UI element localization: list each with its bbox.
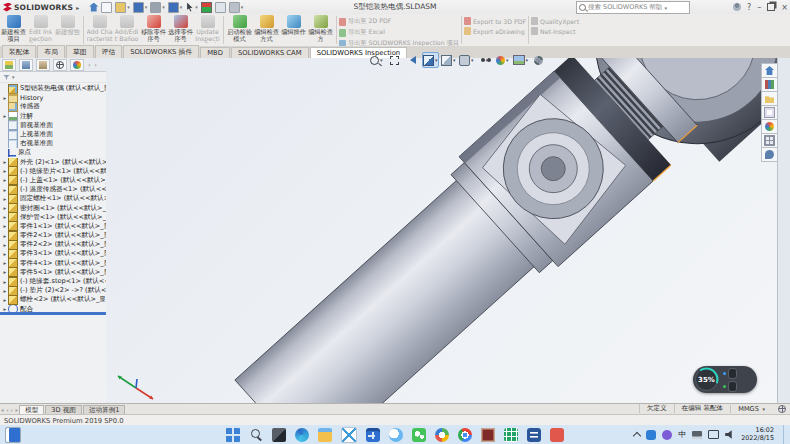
tree-item[interactable]: S型铠装热电偶 (默认<默认_显示状态-1 [0,84,106,93]
custom-properties-tab[interactable] [761,134,778,148]
folder2-icon[interactable] [318,428,332,442]
tab-4[interactable]: SOLIDWORKS 插件 [123,45,199,58]
model-canvas[interactable] [106,58,790,403]
filter-dropdown-icon[interactable]: ▾ [12,74,15,80]
tree-item[interactable]: 原点 [0,148,106,157]
tree-filter-row[interactable]: ▾ [0,72,106,83]
tree-item[interactable]: ▸(-) 上盖<1> (默认<<默认>_显示状 [0,176,106,185]
view-settings-button[interactable] [530,52,547,68]
tree-item[interactable]: ▸注解 [0,112,106,121]
view-palette-tab[interactable] [761,106,778,120]
select-button[interactable]: ▾ [185,3,198,12]
undo-button[interactable]: ▾ [168,2,183,13]
tree-item[interactable]: ▸零件2<2> (默认<<默认>_显示状态 [0,240,106,249]
dimxpert-manager-tab[interactable] [53,59,67,71]
menu-expand-arrow-icon[interactable]: ▸ [76,4,79,11]
pinned-doc-icon[interactable] [5,427,21,443]
tray-expand-icon[interactable] [633,431,641,439]
save-button[interactable]: ▾ [133,2,148,13]
start-icon[interactable] [226,428,240,442]
wps-icon[interactable] [550,428,564,442]
options-button[interactable]: ▾ [229,2,244,13]
display-style-button[interactable]: ▾ [458,52,475,68]
ribbon-button[interactable]: 启动检验模式 [227,15,253,43]
taskbar-clock[interactable]: 16:022022/8/15 [741,427,774,442]
tree-item[interactable]: ▸零件4<1> (默认<<默认>_显示状态 [0,259,106,268]
units-dropdown-icon[interactable]: ▾ [761,406,765,412]
tree-item[interactable]: ▸(-) 垫片 (2)<2> ->? (默认<<默认> [0,286,106,295]
tree-item[interactable]: ▸(-) 温度传感器<1> (默认<<默认>_ [0,185,106,194]
new-doc-button[interactable] [101,2,112,13]
hide-show-items-button[interactable]: ▾ [476,52,493,68]
word-icon[interactable] [527,428,541,442]
configuration-manager-tab[interactable] [36,59,50,71]
panel-scroll-left-icon[interactable]: ‹ [88,61,90,68]
tree-item[interactable]: ▸(-) 绝缘垫片<1> (默认<<默认>_显 [0,167,106,176]
task-pane-strip[interactable] [777,58,790,403]
user-account-icon[interactable] [733,3,741,11]
monitor-icon[interactable] [708,430,719,439]
show-desktop-button[interactable] [783,425,786,444]
ime-indicator[interactable]: 中 [678,429,686,440]
search2-icon[interactable] [249,428,263,442]
solidworks-logo[interactable]: SOLIDWORKS ▸ [3,3,79,12]
zoom-area-button[interactable] [386,52,403,68]
panel-scroll-right-icon[interactable]: › [94,61,96,68]
search-dropdown-icon[interactable]: ▾ [664,5,667,11]
tree-item[interactable]: 传感器 [0,102,106,111]
tab-5[interactable]: MBD [200,47,230,58]
property-manager-tab[interactable] [19,59,33,71]
forum-tab[interactable] [761,148,778,162]
tab-3[interactable]: 评估 [95,45,123,58]
home-button[interactable] [89,3,98,12]
rebuild-button[interactable] [201,2,212,13]
view-tab-0[interactable]: 模型 [19,405,44,415]
globe-icon[interactable] [778,405,786,413]
section-view-button[interactable]: ▾ [422,52,439,68]
edge-icon[interactable] [295,428,309,442]
tray-purple-icon[interactable] [662,430,672,440]
help-button[interactable]: ? [747,3,751,12]
ribbon-button[interactable]: 选择零件序号 [168,15,194,43]
restore-button[interactable] [767,3,775,11]
tree-item[interactable]: ▸零件5<1> (默认<<默认>_显示状态 [0,268,106,277]
tab-6[interactable]: SOLIDWORKS CAM [231,47,309,58]
view-tab-nav-3[interactable]: » [15,407,18,413]
edit-appearance-button[interactable]: ▾ [494,52,511,68]
zoom-fit-button[interactable]: ▾ [368,52,385,68]
tab-1[interactable]: 布局 [37,45,65,58]
display-manager-tab[interactable] [70,59,84,71]
tab-2[interactable]: 草图 [66,45,94,58]
view-tab-1[interactable]: 3D 视图 [45,405,82,415]
tree-item[interactable]: ▸保护管<1> (默认<<默认>_显示状 [0,213,106,222]
tree-item[interactable]: ▸螺栓<2> (默认<<默认>_显示状态 [0,295,106,304]
ribbon-button[interactable]: 新建检查项目 [1,15,27,43]
tree-item[interactable]: ▸零件1<1> (默认<<默认>_显示状 [0,222,106,231]
tree-item[interactable]: ▸(-) 绝缘套.step<1> (默认<<默认> [0,277,106,286]
view-tab-2[interactable]: 运动算例1 [83,405,126,415]
tree-item[interactable]: 前视基准面 [0,121,106,130]
tree-item[interactable]: 右视基准面 [0,139,106,148]
print-button[interactable]: ▾ [150,2,165,13]
chrome-icon[interactable] [458,428,472,442]
graphics-viewport[interactable] [106,58,790,403]
tree-item[interactable]: ▸固定螺栓<1> (默认<<默认>_显示 [0,194,106,203]
view-tab-nav-2[interactable]: › [11,407,13,413]
file-explorer-tab-tab[interactable] [761,92,778,106]
dict-icon[interactable] [481,428,495,442]
weather-icon[interactable] [389,428,403,442]
browser-360-icon[interactable] [435,428,449,442]
appearances-tab[interactable] [761,120,778,134]
tree-item[interactable]: ▸零件2<1> (默认<<默认>_显示状态 [0,231,106,240]
task-view-icon[interactable] [272,428,286,442]
feature-manager-tab[interactable] [2,59,16,71]
file-properties-button[interactable] [215,2,226,13]
panel-splitter[interactable] [0,312,106,315]
ribbon-button[interactable]: 编辑操作 [281,15,307,43]
search-input[interactable]: 搜索 SOLIDWORKS 帮助 ▾ [576,1,690,14]
wps-sheet-icon[interactable] [504,428,518,442]
view-tab-nav-0[interactable]: « [1,407,4,413]
tree-item[interactable]: 上视基准面 [0,130,106,139]
view-orientation-button[interactable]: ▾ [440,52,457,68]
ribbon-button[interactable]: 编辑检查方 [308,15,334,43]
